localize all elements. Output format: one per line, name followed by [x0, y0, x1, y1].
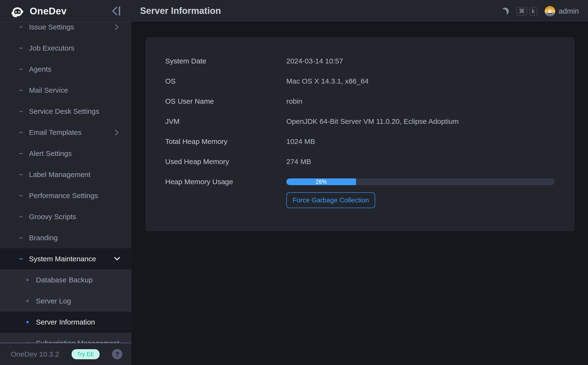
top-bar: Server Information ⌘ k: [131, 0, 588, 22]
heap-usage-percent: 26%: [286, 178, 356, 185]
dash-bullet-icon: [19, 90, 23, 91]
user-menu[interactable]: admin: [545, 6, 579, 16]
row-label: JVM: [165, 117, 286, 126]
sidebar-item-agents[interactable]: Agents: [0, 59, 131, 80]
sidebar-item-server-information[interactable]: Server Information: [0, 312, 131, 333]
sidebar-footer: OneDev 10.3.2 Try EE ?: [0, 343, 131, 365]
dash-bullet-icon: [19, 259, 23, 259]
row-label: System Date: [165, 57, 286, 65]
dot-bullet-icon: [26, 321, 29, 323]
sidebar-item-label: Mail Service: [29, 86, 68, 94]
sidebar-item-database-backup[interactable]: Database Backup: [0, 269, 131, 290]
question-mark-icon: ?: [115, 350, 119, 358]
sidebar-nav: Issue SettingsJob ExecutorsAgentsMail Se…: [0, 22, 131, 343]
cmd-keycap[interactable]: ⌘: [516, 7, 527, 15]
sidebar-item-label: Server Log: [36, 297, 71, 305]
sidebar-item-email-templates[interactable]: Email Templates: [0, 122, 131, 143]
server-info-card: System Date2024-03-14 10:57OSMac OS X 14…: [145, 37, 574, 231]
row-label: Total Heap Memory: [165, 137, 286, 146]
row-value: 274 MB: [286, 158, 554, 166]
dot-bullet-icon: [26, 279, 29, 281]
sidebar-item-issue-settings[interactable]: Issue Settings: [0, 22, 131, 38]
k-keycap[interactable]: k: [529, 7, 537, 15]
force-garbage-collection-button[interactable]: Force Garbage Collection: [286, 192, 375, 208]
heap-usage-row: Heap Memory Usage 26%: [165, 172, 554, 192]
dash-bullet-icon: [19, 111, 23, 112]
brand-title: OneDev: [30, 6, 67, 16]
dash-bullet-icon: [19, 153, 23, 154]
page-title: Server Information: [140, 6, 221, 16]
sidebar-item-label: Groovy Scripts: [29, 213, 76, 221]
sidebar: OneDev Issue SettingsJob ExecutorsAgents…: [0, 0, 131, 365]
dash-bullet-icon: [19, 237, 23, 238]
sidebar-item-label: Label Management: [29, 170, 90, 179]
row-value: OpenJDK 64-Bit Server VM 11.0.20, Eclips…: [286, 117, 554, 126]
row-value: 2024-03-14 10:57: [286, 57, 554, 65]
sidebar-item-performance-settings[interactable]: Performance Settings: [0, 185, 131, 206]
gc-button-row: Force Garbage Collection: [165, 192, 554, 208]
sidebar-item-server-log[interactable]: Server Log: [0, 290, 131, 312]
help-button[interactable]: ?: [112, 349, 122, 359]
sidebar-item-label: Agents: [29, 65, 51, 73]
onedev-app: OneDev Issue SettingsJob ExecutorsAgents…: [0, 0, 588, 365]
sidebar-item-label-management[interactable]: Label Management: [0, 164, 131, 185]
row-value: 1024 MB: [286, 137, 554, 146]
sidebar-item-label: Database Backup: [36, 276, 93, 284]
sidebar-item-label: Alert Settings: [29, 149, 72, 158]
dash-bullet-icon: [19, 216, 23, 217]
sidebar-item-label: Issue Settings: [29, 23, 74, 31]
dash-bullet-icon: [19, 195, 23, 196]
collapse-sidebar-icon: [111, 6, 122, 16]
row-value: robin: [286, 97, 554, 105]
sidebar-item-subscription-management[interactable]: Subscription Management: [0, 333, 131, 343]
dash-bullet-icon: [19, 132, 23, 133]
dash-bullet-icon: [19, 174, 23, 175]
info-row-system-date: System Date2024-03-14 10:57: [165, 51, 554, 71]
chevron-right-icon: [114, 24, 120, 30]
row-label: Heap Memory Usage: [165, 178, 286, 186]
heap-usage-progress-bar: 26%: [286, 178, 554, 185]
heap-usage-progress-fill: 26%: [286, 178, 356, 185]
sidebar-item-label: Job Executors: [29, 44, 75, 52]
sidebar-item-label: System Maintenance: [29, 255, 96, 263]
row-label: Used Heap Memory: [165, 158, 286, 166]
dot-bullet-icon: [26, 300, 29, 302]
dash-bullet-icon: [19, 48, 23, 49]
sidebar-item-system-maintenance[interactable]: System Maintenance: [0, 248, 131, 269]
info-row-os: OSMac OS X 14.3.1, x86_64: [165, 71, 554, 91]
sidebar-header: OneDev: [0, 0, 131, 22]
sidebar-item-label: Branding: [29, 234, 58, 242]
sidebar-item-branding[interactable]: Branding: [0, 227, 131, 248]
username: admin: [559, 7, 579, 15]
top-bar-actions: ⌘ k: [502, 0, 579, 22]
sidebar-item-job-executors[interactable]: Job Executors: [0, 38, 131, 59]
collapse-sidebar-button[interactable]: [111, 6, 122, 16]
row-label: OS User Name: [165, 97, 286, 105]
sidebar-item-label: Service Desk Settings: [29, 107, 99, 115]
dash-bullet-icon: [19, 69, 23, 70]
info-row-total-heap-memory: Total Heap Memory1024 MB: [165, 132, 554, 152]
main-content: System Date2024-03-14 10:57OSMac OS X 14…: [131, 22, 588, 365]
sidebar-item-groovy-scripts[interactable]: Groovy Scripts: [0, 206, 131, 227]
sidebar-item-label: Email Templates: [29, 128, 82, 137]
onedev-logo-icon[interactable]: [11, 5, 24, 17]
row-value: Mac OS X 14.3.1, x86_64: [286, 77, 554, 85]
avatar: [545, 6, 555, 16]
moon-icon: [502, 8, 509, 15]
sidebar-item-service-desk-settings[interactable]: Service Desk Settings: [0, 101, 131, 122]
info-row-os-user-name: OS User Namerobin: [165, 91, 554, 111]
theme-toggle-button[interactable]: [502, 8, 509, 15]
info-row-jvm: JVMOpenJDK 64-Bit Server VM 11.0.20, Ecl…: [165, 111, 554, 132]
sidebar-item-label: Performance Settings: [29, 192, 98, 200]
app-version: OneDev 10.3.2: [11, 350, 59, 358]
try-ee-badge[interactable]: Try EE: [72, 349, 99, 359]
sidebar-item-alert-settings[interactable]: Alert Settings: [0, 143, 131, 164]
chevron-right-icon: [114, 129, 120, 136]
sidebar-item-mail-service[interactable]: Mail Service: [0, 80, 131, 101]
dash-bullet-icon: [19, 27, 23, 28]
sidebar-item-label: Server Information: [36, 318, 95, 326]
row-label: OS: [165, 77, 286, 85]
sidebar-item-label: Subscription Management: [36, 339, 119, 343]
info-row-used-heap-memory: Used Heap Memory274 MB: [165, 152, 554, 172]
chevron-down-icon: [114, 256, 120, 262]
